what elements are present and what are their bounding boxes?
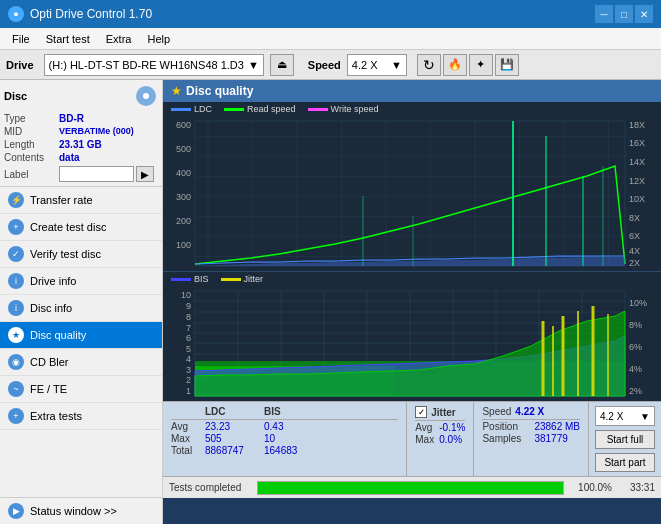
start-part-button[interactable]: Start part xyxy=(595,453,655,472)
top-chart-legend: LDC Read speed Write speed xyxy=(163,102,661,116)
maximize-button[interactable]: □ xyxy=(615,5,633,23)
nav-create-test-disc-label: Create test disc xyxy=(30,221,106,233)
speed-info-value: 4.22 X xyxy=(515,406,544,417)
disc-contents-label: Contents xyxy=(4,152,59,163)
disc-mid-value: VERBATIMe (000) xyxy=(59,126,134,137)
jitter-label: Jitter xyxy=(431,407,455,418)
disc-label-input[interactable] xyxy=(59,166,134,182)
menu-extra[interactable]: Extra xyxy=(98,31,140,47)
menu-bar: File Start test Extra Help xyxy=(0,28,661,50)
speed-info-label: Speed xyxy=(482,406,511,417)
nav-extra-tests[interactable]: + Extra tests xyxy=(0,403,162,430)
position-row: Position 23862 MB xyxy=(482,420,580,432)
nav-disc-info[interactable]: i Disc info xyxy=(0,295,162,322)
nav-transfer-rate[interactable]: ⚡ Transfer rate xyxy=(0,187,162,214)
nav-verify-test-disc[interactable]: ✓ Verify test disc xyxy=(0,241,162,268)
svg-text:12X: 12X xyxy=(629,176,645,186)
svg-text:8X: 8X xyxy=(629,213,640,223)
nav-disc-quality[interactable]: ★ Disc quality xyxy=(0,322,162,349)
stats-header: LDC BIS xyxy=(171,406,398,420)
stats-max-label: Max xyxy=(171,433,201,444)
nav-drive-info[interactable]: i Drive info xyxy=(0,268,162,295)
minimize-button[interactable]: ─ xyxy=(595,5,613,23)
legend-write-speed-label: Write speed xyxy=(331,104,379,114)
erase-button[interactable]: ✦ xyxy=(469,54,493,76)
jitter-section: ✓ Jitter Avg -0.1% Max 0.0% xyxy=(406,402,473,476)
jitter-max-label: Max xyxy=(415,434,435,445)
start-full-button[interactable]: Start full xyxy=(595,430,655,449)
nav-fe-te[interactable]: ~ FE / TE xyxy=(0,376,162,403)
title-bar: ● Opti Drive Control 1.70 ─ □ ✕ xyxy=(0,0,661,28)
drive-eject-button[interactable]: ⏏ xyxy=(270,54,294,76)
progress-bar-container xyxy=(257,481,564,495)
svg-text:6: 6 xyxy=(186,333,191,343)
drive-select[interactable]: (H:) HL-DT-ST BD-RE WH16NS48 1.D3 ▼ xyxy=(44,54,264,76)
disc-type-label: Type xyxy=(4,113,59,124)
svg-text:10X: 10X xyxy=(629,194,645,204)
progress-bar-fill xyxy=(258,482,563,494)
speed-value: 4.2 X xyxy=(352,59,378,71)
progress-label: Tests completed xyxy=(169,482,249,493)
bottom-chart: BIS Jitter xyxy=(163,272,661,401)
legend-bis-color xyxy=(171,278,191,281)
disc-info-icon: i xyxy=(8,300,24,316)
stats-max-bis: 10 xyxy=(264,433,314,444)
legend-ldc: LDC xyxy=(171,104,212,114)
disc-label-row: Label ▶ xyxy=(4,166,158,182)
legend-read-speed-color xyxy=(224,108,244,111)
disc-label-button[interactable]: ▶ xyxy=(136,166,154,182)
refresh-button[interactable]: ↻ xyxy=(417,54,441,76)
position-value: 23862 MB xyxy=(534,421,580,432)
drive-dropdown-arrow: ▼ xyxy=(244,59,259,71)
stats-total-label: Total xyxy=(171,445,201,456)
progress-area: Tests completed 100.0% 33:31 xyxy=(163,476,661,498)
legend-write-speed: Write speed xyxy=(308,104,379,114)
disc-header: Disc xyxy=(4,84,158,108)
samples-label: Samples xyxy=(482,433,530,444)
close-button[interactable]: ✕ xyxy=(635,5,653,23)
speed-select[interactable]: 4.2 X ▼ xyxy=(347,54,407,76)
position-label: Position xyxy=(482,421,530,432)
stats-avg-ldc: 23.23 xyxy=(205,421,260,432)
top-chart-svg: 600 500 400 300 200 100 18X 16X 14X 12X … xyxy=(163,116,653,271)
svg-text:10: 10 xyxy=(181,290,191,300)
svg-point-1 xyxy=(143,93,149,99)
burn-button[interactable]: 🔥 xyxy=(443,54,467,76)
menu-start-test[interactable]: Start test xyxy=(38,31,98,47)
status-window[interactable]: ▶ Status window >> xyxy=(0,497,162,524)
disc-length-value: 23.31 GB xyxy=(59,139,102,150)
speed-position-section: Speed 4.22 X Position 23862 MB Samples 3… xyxy=(473,402,588,476)
stats-header-bis: BIS xyxy=(264,406,314,417)
menu-file[interactable]: File xyxy=(4,31,38,47)
nav-create-test-disc[interactable]: + Create test disc xyxy=(0,214,162,241)
right-panel: ★ Disc quality LDC Read speed Write spee… xyxy=(163,80,661,524)
svg-text:6X: 6X xyxy=(629,231,640,241)
svg-text:3: 3 xyxy=(186,365,191,375)
legend-jitter: Jitter xyxy=(221,274,264,284)
legend-jitter-color xyxy=(221,278,241,281)
nav-cd-bler[interactable]: ◉ CD Bler xyxy=(0,349,162,376)
disc-icon xyxy=(134,84,158,108)
drive-value: (H:) HL-DT-ST BD-RE WH16NS48 1.D3 xyxy=(49,59,244,71)
svg-text:9: 9 xyxy=(186,301,191,311)
menu-help[interactable]: Help xyxy=(139,31,178,47)
speed-dropdown-display[interactable]: 4.2 X ▼ xyxy=(595,406,655,426)
nav-drive-info-label: Drive info xyxy=(30,275,76,287)
disc-quality-header-title: Disc quality xyxy=(186,84,253,98)
disc-type-value: BD-R xyxy=(59,113,84,124)
left-panel: Disc Type BD-R MID VERBATIMe (000) Lengt… xyxy=(0,80,163,524)
svg-text:18X: 18X xyxy=(629,120,645,130)
drive-info-icon: i xyxy=(8,273,24,289)
disc-quality-header-icon: ★ xyxy=(171,84,182,98)
svg-text:5: 5 xyxy=(186,344,191,354)
svg-text:8: 8 xyxy=(186,312,191,322)
create-test-disc-icon: + xyxy=(8,219,24,235)
jitter-checkbox[interactable]: ✓ xyxy=(415,406,427,418)
disc-quality-icon: ★ xyxy=(8,327,24,343)
save-button[interactable]: 💾 xyxy=(495,54,519,76)
stats-max-row: Max 505 10 xyxy=(171,432,398,444)
disc-type-row: Type BD-R xyxy=(4,112,158,125)
legend-ldc-label: LDC xyxy=(194,104,212,114)
speed-dropdown-arrow: ▼ xyxy=(640,411,650,422)
stats-max-ldc: 505 xyxy=(205,433,260,444)
